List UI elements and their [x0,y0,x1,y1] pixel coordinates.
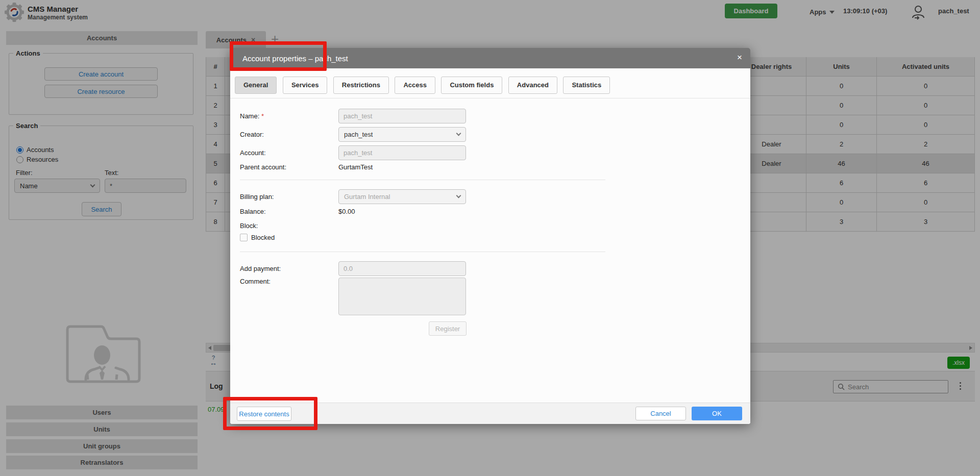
parent-account-label: Parent account: [240,163,286,171]
comment-textarea [338,278,466,315]
blocked-checkbox[interactable] [240,234,248,241]
name-label: Name: * [240,112,264,120]
balance-value: $0.00 [338,208,355,215]
dialog-titlebar: Account properties – pach_test × [230,48,750,68]
balance-label: Balance: [240,208,266,215]
billing-plan-label: Billing plan: [240,193,274,201]
chevron-down-icon [456,193,461,198]
cancel-button[interactable]: Cancel [635,407,686,420]
chevron-down-icon [456,131,461,136]
restore-contents-button[interactable]: Restore contents [237,407,291,421]
add-payment-label: Add payment: [240,265,281,272]
account-label: Account: [240,149,266,157]
account-properties-dialog: Account properties – pach_test × General… [230,48,750,424]
tab-statistics[interactable]: Statistics [563,77,610,94]
ok-button[interactable]: OK [692,407,742,420]
close-icon[interactable]: × [737,53,742,62]
add-payment-input [338,261,466,276]
blocked-checkbox-row: Blocked [240,234,275,241]
parent-account-value: GurtamTest [338,163,373,171]
tab-custom-fields[interactable]: Custom fields [441,77,502,94]
section-divider [240,252,605,252]
tab-access[interactable]: Access [395,77,435,94]
dialog-title: Account properties – pach_test [242,54,348,63]
comment-label: Comment: [240,278,271,285]
tab-general[interactable]: General [235,77,277,94]
account-input [338,145,466,160]
billing-plan-select: Gurtam Internal [338,189,466,204]
section-divider [240,180,605,180]
required-mark: * [261,112,264,120]
name-input [338,109,466,123]
tab-advanced[interactable]: Advanced [508,77,557,94]
register-button: Register [429,321,467,336]
cms-manager-app: CMS Manager Management system Dashboard … [0,0,980,476]
tab-restrictions[interactable]: Restrictions [333,77,389,94]
tab-services[interactable]: Services [283,77,328,94]
dialog-tabs: General Services Restrictions Access Cus… [235,77,614,94]
dialog-footer: Restore contents Cancel OK [230,403,750,424]
creator-label: Creator: [240,131,264,138]
creator-select[interactable]: pach_test [338,127,466,142]
tabs-divider [230,98,750,98]
block-label: Block: [240,222,258,230]
